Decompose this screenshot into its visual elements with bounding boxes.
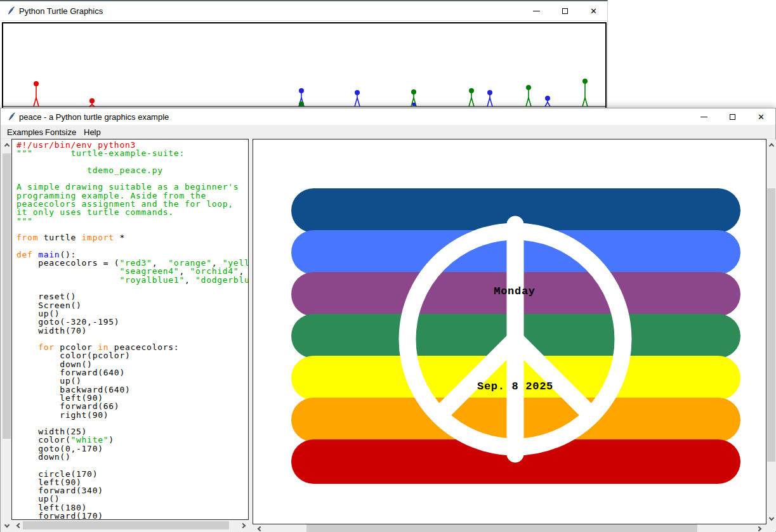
titlebar[interactable]: Python Turtle Graphics ✕ (0, 1, 607, 21)
tk-feather-icon (7, 6, 16, 16)
chevron-left-icon (257, 526, 262, 531)
code-horizontal-scrollbar[interactable] (11, 521, 249, 532)
scroll-up-button[interactable] (2, 139, 11, 150)
minimize-button[interactable] (690, 108, 718, 125)
tree-sprout (487, 90, 492, 107)
minimize-button[interactable] (522, 1, 551, 20)
titlebar[interactable]: peace - a Python turtle graphics example… (1, 108, 775, 125)
scroll-left-button[interactable] (254, 524, 264, 532)
tree-sprout (469, 88, 474, 107)
canvas-horizontal-scrollbar[interactable] (253, 524, 766, 532)
tree-sprout (34, 81, 39, 107)
window-title: peace - a Python turtle graphics example (19, 112, 169, 122)
scroll-thumb[interactable] (306, 524, 697, 532)
menu-fontsize[interactable]: Fontsize (43, 127, 79, 138)
maximize-icon (730, 114, 735, 120)
tree-sprout (355, 90, 360, 107)
tree-sprout (526, 85, 531, 107)
weekday-label: Monday (494, 285, 535, 297)
chevron-down-icon (4, 522, 9, 527)
scroll-thumb[interactable] (23, 521, 229, 529)
chevron-up-icon (4, 143, 9, 148)
scroll-right-button[interactable] (239, 521, 249, 530)
close-icon: ✕ (758, 113, 765, 121)
scroll-down-button[interactable] (766, 514, 776, 524)
peace-symbol (253, 139, 766, 524)
tree-sprout (89, 98, 95, 107)
tree-sprout (545, 96, 550, 107)
code-text: #!/usr/bin/env python3""" turtle-example… (16, 141, 249, 520)
maximize-button[interactable] (551, 1, 579, 20)
scroll-down-button[interactable] (2, 521, 11, 531)
scroll-thumb[interactable] (767, 188, 775, 462)
window-title: Python Turtle Graphics (19, 6, 103, 16)
chevron-up-icon (768, 143, 773, 148)
chevron-down-icon (768, 515, 773, 520)
menu-examples[interactable]: Examples (4, 127, 46, 138)
date-label: Sep. 8 2025 (477, 380, 553, 393)
scroll-up-button[interactable] (766, 139, 776, 150)
chevron-left-icon (16, 522, 21, 528)
window-content: #!/usr/bin/env python3""" turtle-example… (1, 139, 775, 532)
scroll-right-button[interactable] (754, 524, 765, 532)
minimize-icon (533, 11, 540, 11)
scroll-thumb[interactable] (3, 153, 11, 439)
scroll-left-button[interactable] (13, 521, 23, 530)
chevron-right-icon (240, 522, 245, 528)
source-code-view[interactable]: #!/usr/bin/env python3""" turtle-example… (11, 139, 249, 520)
minimize-icon (700, 117, 707, 117)
close-button[interactable]: ✕ (579, 1, 608, 20)
maximize-button[interactable] (718, 108, 747, 125)
menubar: Examples Fontsize Help (1, 125, 775, 139)
close-icon: ✕ (590, 7, 597, 15)
close-button[interactable]: ✕ (747, 108, 775, 125)
tree-sprout (411, 89, 416, 107)
turtle-canvas: Monday Sep. 8 2025 (253, 139, 766, 524)
tree-sprout (582, 79, 588, 107)
window-peace-example: peace - a Python turtle graphics example… (0, 108, 776, 532)
tree-sprout (299, 88, 304, 107)
menu-help[interactable]: Help (81, 127, 103, 138)
code-vertical-scrollbar[interactable] (2, 139, 11, 531)
maximize-icon (562, 8, 568, 14)
tk-feather-icon (8, 112, 16, 122)
chevron-right-icon (756, 526, 761, 531)
canvas-vertical-scrollbar[interactable] (766, 139, 776, 531)
